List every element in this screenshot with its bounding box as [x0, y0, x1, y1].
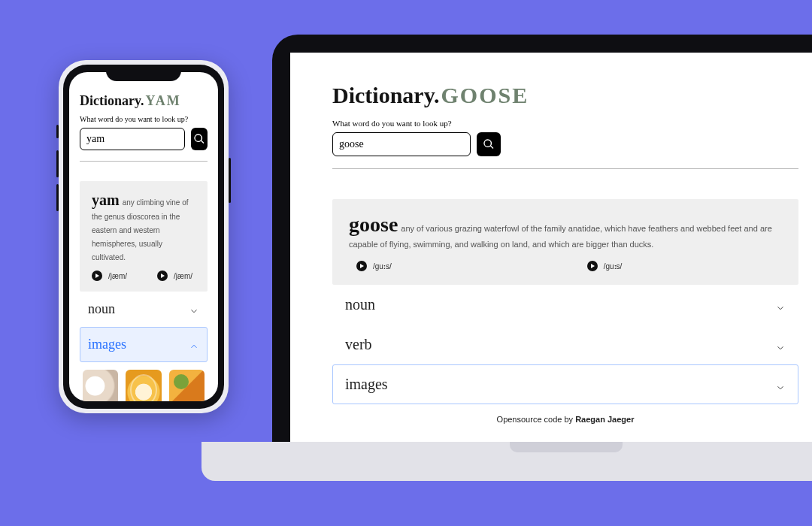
search-prompt: What word do you want to look up? [332, 119, 798, 128]
footer-author: Raegan Jaeger [575, 415, 634, 424]
phone-side-button [56, 125, 59, 138]
search-icon [483, 138, 495, 150]
definition-word: yam [92, 192, 120, 208]
phone-device: Dictionary.YAM What word do you want to … [59, 60, 229, 413]
definition-card: yam any climbing vine of the genus diosc… [80, 181, 208, 292]
search-icon [193, 133, 205, 145]
image-thumbnail[interactable] [169, 370, 205, 401]
definition-word: goose [349, 213, 398, 236]
play-icon [92, 271, 102, 281]
divider [80, 161, 208, 162]
section-noun[interactable]: noun [332, 285, 798, 325]
app-brand: Dictionary.GOOSE [332, 83, 798, 108]
pronunciation-item[interactable]: /jæm/ [157, 271, 192, 281]
definition-card: goose any of various grazing waterfowl o… [332, 199, 798, 285]
play-icon [587, 261, 598, 271]
chevron-down-icon [775, 379, 786, 390]
pronunciation-item[interactable]: /guːs/ [587, 261, 623, 271]
pronunciation-text: /jæm/ [174, 272, 192, 280]
search-row [332, 132, 798, 156]
chevron-up-icon [189, 340, 199, 350]
laptop-device: Dictionary.GOOSE What word do you want t… [272, 35, 812, 443]
brand-word: GOOSE [441, 83, 529, 108]
play-icon [356, 261, 367, 271]
footer-prefix: Opensource code by [497, 415, 576, 424]
pronunciation-item[interactable]: /jæm/ [92, 271, 127, 281]
pronunciation-row: /guːs/ /guːs/ [349, 261, 782, 271]
search-button[interactable] [477, 132, 501, 156]
laptop-screen: Dictionary.GOOSE What word do you want t… [290, 53, 812, 443]
brand-main: Dictionary. [80, 93, 144, 109]
divider [332, 168, 798, 169]
section-label: noun [88, 301, 115, 317]
section-images[interactable]: images [332, 364, 798, 404]
section-label: images [345, 376, 388, 393]
laptop-base [201, 442, 812, 481]
play-icon [157, 271, 168, 281]
section-label: noun [345, 296, 375, 313]
image-thumbnail[interactable] [83, 370, 118, 401]
pronunciation-item[interactable]: /guːs/ [356, 261, 392, 271]
section-verb[interactable]: verb [332, 325, 798, 364]
definition-text: any of various grazing waterfowl of the … [349, 224, 772, 249]
phone-notch [106, 65, 181, 81]
search-button[interactable] [191, 128, 208, 150]
pronunciation-text: /jæm/ [108, 272, 127, 280]
search-input[interactable] [332, 132, 471, 156]
app-brand: Dictionary.YAM [80, 93, 208, 109]
phone-screen: Dictionary.YAM What word do you want to … [69, 72, 218, 401]
chevron-down-icon [189, 304, 199, 315]
footer-credit: Opensource code by Raegan Jaeger [332, 415, 798, 424]
image-thumbnail[interactable] [126, 370, 161, 401]
chevron-down-icon [775, 340, 786, 350]
section-label: images [88, 337, 126, 352]
search-row [80, 128, 208, 150]
phone-frame: Dictionary.YAM What word do you want to … [63, 65, 224, 409]
search-prompt: What word do you want to look up? [80, 115, 208, 123]
pronunciation-text: /guːs/ [604, 262, 623, 271]
laptop-lid: Dictionary.GOOSE What word do you want t… [272, 35, 812, 443]
search-input[interactable] [80, 128, 185, 150]
brand-word: YAM [146, 93, 181, 109]
phone-side-button [229, 158, 231, 203]
pronunciation-text: /guːs/ [373, 262, 392, 271]
images-row [80, 370, 208, 401]
pronunciation-row: /jæm/ /jæm/ [92, 271, 195, 281]
chevron-down-icon [775, 300, 786, 310]
section-images[interactable]: images [80, 327, 208, 362]
section-label: verb [345, 336, 372, 353]
section-noun[interactable]: noun [80, 292, 208, 327]
brand-main: Dictionary. [332, 83, 440, 108]
